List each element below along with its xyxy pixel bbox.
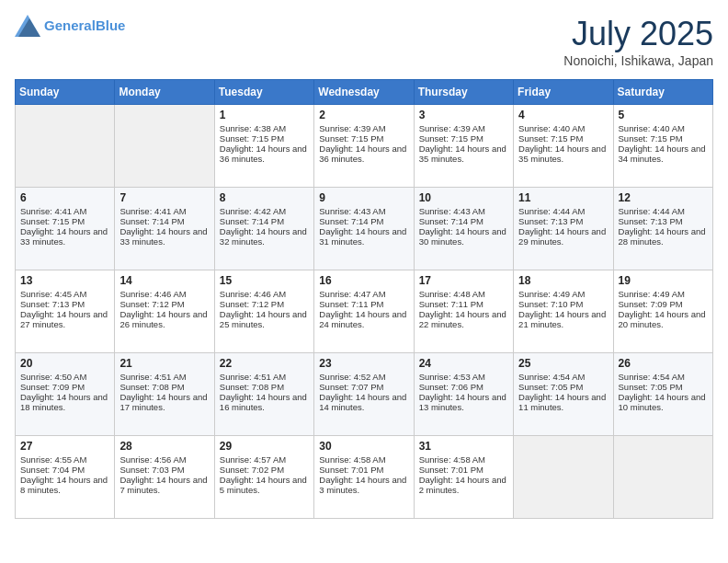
daylight-text: Daylight: 14 hours and 30 minutes. — [419, 226, 508, 247]
sunrise-text: Sunrise: 4:50 AM — [20, 372, 109, 382]
daylight-text: Daylight: 14 hours and 34 minutes. — [619, 144, 708, 164]
logo: GeneralBlue — [15, 15, 125, 37]
day-number: 14 — [119, 274, 209, 287]
sunset-text: Sunset: 7:08 PM — [119, 382, 209, 392]
week-row-4: 20Sunrise: 4:50 AMSunset: 7:09 PMDayligh… — [16, 353, 713, 436]
sunset-text: Sunset: 7:09 PM — [619, 299, 708, 309]
calendar-cell — [16, 105, 115, 188]
sunrise-text: Sunrise: 4:43 AM — [319, 206, 408, 216]
daylight-text: Daylight: 14 hours and 2 minutes. — [419, 475, 508, 495]
calendar-cell: 21Sunrise: 4:51 AMSunset: 7:08 PMDayligh… — [115, 353, 214, 436]
sunrise-text: Sunrise: 4:46 AM — [220, 289, 309, 299]
sunrise-text: Sunrise: 4:40 AM — [619, 123, 708, 133]
daylight-text: Daylight: 14 hours and 14 minutes. — [319, 392, 408, 412]
daylight-text: Daylight: 14 hours and 31 minutes. — [319, 226, 408, 247]
day-number: 24 — [419, 357, 508, 370]
sunset-text: Sunset: 7:08 PM — [220, 382, 309, 392]
calendar-cell: 28Sunrise: 4:56 AMSunset: 7:03 PMDayligh… — [115, 436, 214, 519]
sunset-text: Sunset: 7:02 PM — [220, 465, 309, 475]
day-number: 4 — [518, 109, 608, 121]
sunrise-text: Sunrise: 4:41 AM — [119, 206, 209, 216]
daylight-text: Daylight: 14 hours and 20 minutes. — [619, 309, 708, 329]
calendar-cell — [514, 436, 613, 519]
sunset-text: Sunset: 7:01 PM — [419, 465, 508, 475]
day-number: 19 — [619, 274, 708, 287]
logo-icon — [15, 15, 40, 37]
sunset-text: Sunset: 7:14 PM — [319, 216, 408, 226]
day-number: 16 — [319, 274, 408, 287]
week-row-3: 13Sunrise: 4:45 AMSunset: 7:13 PMDayligh… — [16, 270, 713, 353]
daylight-text: Daylight: 14 hours and 28 minutes. — [619, 226, 708, 247]
calendar-cell: 17Sunrise: 4:48 AMSunset: 7:11 PMDayligh… — [414, 270, 513, 353]
sunset-text: Sunset: 7:14 PM — [419, 216, 508, 226]
day-number: 2 — [319, 109, 408, 121]
weekday-header-monday: Monday — [115, 80, 214, 105]
day-number: 3 — [419, 109, 508, 121]
daylight-text: Daylight: 14 hours and 8 minutes. — [20, 475, 109, 495]
sunset-text: Sunset: 7:12 PM — [119, 299, 209, 309]
day-number: 21 — [119, 357, 209, 370]
daylight-text: Daylight: 14 hours and 35 minutes. — [419, 144, 508, 164]
daylight-text: Daylight: 14 hours and 16 minutes. — [220, 392, 309, 412]
sunset-text: Sunset: 7:15 PM — [619, 133, 708, 144]
calendar-cell: 2Sunrise: 4:39 AMSunset: 7:15 PMDaylight… — [314, 105, 414, 188]
daylight-text: Daylight: 14 hours and 7 minutes. — [119, 475, 209, 495]
daylight-text: Daylight: 14 hours and 33 minutes. — [20, 226, 109, 247]
sunrise-text: Sunrise: 4:43 AM — [419, 206, 508, 216]
calendar-cell: 16Sunrise: 4:47 AMSunset: 7:11 PMDayligh… — [314, 270, 414, 353]
logo-general: General — [44, 17, 96, 33]
day-number: 20 — [20, 357, 109, 370]
day-number: 26 — [619, 357, 708, 370]
calendar-cell: 27Sunrise: 4:55 AMSunset: 7:04 PMDayligh… — [16, 436, 115, 519]
sunset-text: Sunset: 7:13 PM — [518, 216, 608, 226]
daylight-text: Daylight: 14 hours and 36 minutes. — [319, 144, 408, 164]
day-number: 5 — [619, 109, 708, 121]
calendar-cell: 14Sunrise: 4:46 AMSunset: 7:12 PMDayligh… — [115, 270, 214, 353]
title-block: July 2025 Nonoichi, Ishikawa, Japan — [563, 15, 713, 68]
calendar-table: SundayMondayTuesdayWednesdayThursdayFrid… — [15, 79, 713, 519]
daylight-text: Daylight: 14 hours and 13 minutes. — [419, 392, 508, 412]
day-number: 11 — [518, 191, 608, 204]
sunset-text: Sunset: 7:15 PM — [20, 216, 109, 226]
calendar-cell: 4Sunrise: 4:40 AMSunset: 7:15 PMDaylight… — [514, 105, 613, 188]
day-number: 28 — [119, 440, 209, 453]
calendar-cell: 6Sunrise: 4:41 AMSunset: 7:15 PMDaylight… — [16, 188, 115, 270]
weekday-header-tuesday: Tuesday — [214, 80, 313, 105]
sunrise-text: Sunrise: 4:49 AM — [518, 289, 608, 299]
calendar-cell: 20Sunrise: 4:50 AMSunset: 7:09 PMDayligh… — [16, 353, 115, 436]
day-number: 7 — [119, 191, 209, 204]
day-number: 25 — [518, 357, 608, 370]
sunrise-text: Sunrise: 4:54 AM — [518, 372, 608, 382]
calendar-cell: 3Sunrise: 4:39 AMSunset: 7:15 PMDaylight… — [414, 105, 513, 188]
sunrise-text: Sunrise: 4:52 AM — [319, 372, 408, 382]
day-number: 31 — [419, 440, 508, 453]
sunrise-text: Sunrise: 4:41 AM — [20, 206, 109, 216]
daylight-text: Daylight: 14 hours and 29 minutes. — [518, 226, 608, 247]
sunset-text: Sunset: 7:13 PM — [619, 216, 708, 226]
calendar-cell: 13Sunrise: 4:45 AMSunset: 7:13 PMDayligh… — [16, 270, 115, 353]
day-number: 17 — [419, 274, 508, 287]
calendar-cell: 19Sunrise: 4:49 AMSunset: 7:09 PMDayligh… — [613, 270, 712, 353]
weekday-header-saturday: Saturday — [613, 80, 712, 105]
sunrise-text: Sunrise: 4:46 AM — [119, 289, 209, 299]
weekday-header-wednesday: Wednesday — [314, 80, 414, 105]
sunrise-text: Sunrise: 4:53 AM — [419, 372, 508, 382]
sunset-text: Sunset: 7:01 PM — [319, 465, 408, 475]
sunset-text: Sunset: 7:15 PM — [518, 133, 608, 144]
sunset-text: Sunset: 7:11 PM — [419, 299, 508, 309]
sunrise-text: Sunrise: 4:58 AM — [319, 454, 408, 465]
sunset-text: Sunset: 7:12 PM — [220, 299, 309, 309]
sunrise-text: Sunrise: 4:49 AM — [619, 289, 708, 299]
daylight-text: Daylight: 14 hours and 27 minutes. — [20, 309, 109, 329]
sunrise-text: Sunrise: 4:51 AM — [119, 372, 209, 382]
daylight-text: Daylight: 14 hours and 22 minutes. — [419, 309, 508, 329]
calendar-cell: 31Sunrise: 4:58 AMSunset: 7:01 PMDayligh… — [414, 436, 513, 519]
week-row-5: 27Sunrise: 4:55 AMSunset: 7:04 PMDayligh… — [16, 436, 713, 519]
sunrise-text: Sunrise: 4:57 AM — [220, 454, 309, 465]
sunset-text: Sunset: 7:07 PM — [319, 382, 408, 392]
calendar-cell: 25Sunrise: 4:54 AMSunset: 7:05 PMDayligh… — [514, 353, 613, 436]
day-number: 9 — [319, 191, 408, 204]
day-number: 23 — [319, 357, 408, 370]
calendar-cell — [115, 105, 214, 188]
weekday-header-friday: Friday — [514, 80, 613, 105]
